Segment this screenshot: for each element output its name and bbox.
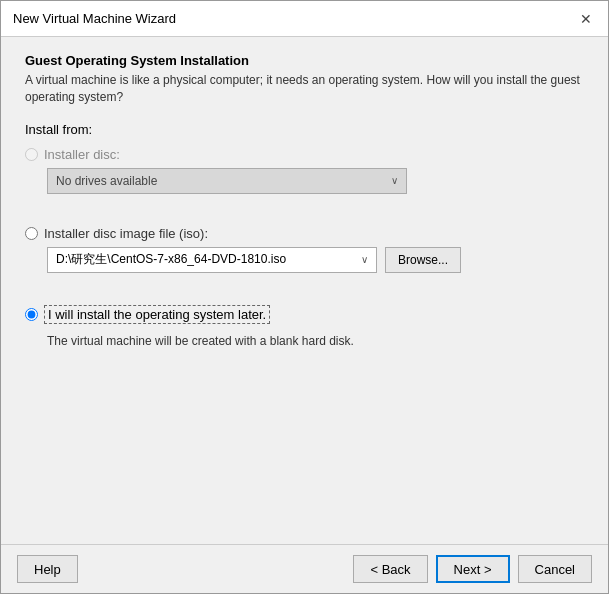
- iso-path-value: D:\研究生\CentOS-7-x86_64-DVD-1810.iso: [56, 251, 286, 268]
- cancel-button[interactable]: Cancel: [518, 555, 592, 583]
- spacer1: [25, 212, 584, 226]
- disc-option-row: Installer disc:: [25, 147, 584, 162]
- title-bar: New Virtual Machine Wizard ✕: [1, 1, 608, 37]
- browse-button[interactable]: Browse...: [385, 247, 461, 273]
- help-button[interactable]: Help: [17, 555, 78, 583]
- footer-right: < Back Next > Cancel: [353, 555, 592, 583]
- content-area: Guest Operating System Installation A vi…: [1, 37, 608, 544]
- iso-option-row: Installer disc image file (iso):: [25, 226, 584, 241]
- disc-dropdown-row: No drives available ∨: [47, 168, 584, 194]
- chevron-down-icon2: ∨: [361, 254, 368, 265]
- option-group: Installer disc: No drives available ∨ In…: [25, 147, 584, 348]
- section-title: Guest Operating System Installation: [25, 53, 584, 68]
- later-label: I will install the operating system late…: [44, 305, 270, 324]
- close-button[interactable]: ✕: [576, 9, 596, 29]
- iso-path-dropdown[interactable]: D:\研究生\CentOS-7-x86_64-DVD-1810.iso ∨: [47, 247, 377, 273]
- disc-radio[interactable]: [25, 148, 38, 161]
- footer-left: Help: [17, 555, 78, 583]
- iso-input-row: D:\研究生\CentOS-7-x86_64-DVD-1810.iso ∨ Br…: [47, 247, 584, 273]
- iso-label: Installer disc image file (iso):: [44, 226, 208, 241]
- section-description: A virtual machine is like a physical com…: [25, 72, 584, 106]
- later-option-row: I will install the operating system late…: [25, 305, 584, 324]
- disc-dropdown[interactable]: No drives available ∨: [47, 168, 407, 194]
- footer: Help < Back Next > Cancel: [1, 544, 608, 593]
- later-radio[interactable]: [25, 308, 38, 321]
- back-button[interactable]: < Back: [353, 555, 427, 583]
- disc-dropdown-value: No drives available: [56, 174, 157, 188]
- next-button[interactable]: Next >: [436, 555, 510, 583]
- spacer2: [25, 291, 584, 305]
- chevron-down-icon: ∨: [391, 175, 398, 186]
- dialog: New Virtual Machine Wizard ✕ Guest Opera…: [0, 0, 609, 594]
- later-description: The virtual machine will be created with…: [47, 334, 584, 348]
- disc-label: Installer disc:: [44, 147, 120, 162]
- install-from-label: Install from:: [25, 122, 584, 137]
- dialog-title: New Virtual Machine Wizard: [13, 11, 176, 26]
- iso-radio[interactable]: [25, 227, 38, 240]
